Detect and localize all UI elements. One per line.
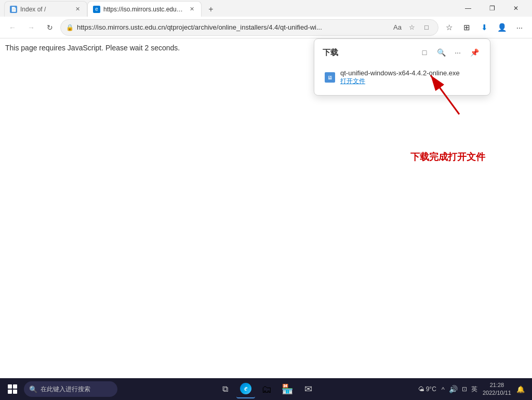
windows-logo-icon xyxy=(8,384,17,394)
language-indicator[interactable]: 英 xyxy=(470,385,478,394)
refresh-button[interactable]: ↻ xyxy=(42,19,58,36)
mail-icon: ✉ xyxy=(304,383,312,395)
mail-button[interactable]: ✉ xyxy=(299,380,317,398)
download-filename: qt-unified-windows-x64-4.4.2-online.exe xyxy=(340,69,480,77)
title-bar: 📄 Index of / ✕ e https://iso.mirrors.ust… xyxy=(0,0,532,17)
favorites-icon[interactable]: ☆ xyxy=(406,21,418,34)
tab-favicon-2: e xyxy=(93,6,100,13)
tab-title-2: https://iso.mirrors.ustc.edu.cn/qt... xyxy=(103,6,184,13)
store-icon: 🏪 xyxy=(282,383,293,395)
task-view-button[interactable]: ⧉ xyxy=(216,380,234,398)
address-text: https://iso.mirrors.ustc.edu.cn/qtprojec… xyxy=(77,23,388,31)
reader-view-icon[interactable]: Aa xyxy=(391,21,404,34)
notification-icon[interactable]: 🔔 xyxy=(515,385,526,393)
collections-button[interactable]: ⊞ xyxy=(458,19,475,36)
download-panel: 下载 □ 🔍 ··· 📌 🖥 qt-unified-windows-x64-4.… xyxy=(314,38,490,96)
close-button[interactable]: ✕ xyxy=(504,0,528,17)
download-pin-icon[interactable]: 📌 xyxy=(467,45,482,60)
address-icons: Aa ☆ □ xyxy=(391,21,433,34)
volume-icon[interactable]: 🔊 xyxy=(448,385,459,393)
file-explorer-icon: 🗂 xyxy=(261,383,272,395)
maximize-button[interactable]: ❐ xyxy=(480,0,504,17)
favorites-button[interactable]: ☆ xyxy=(441,19,457,36)
download-panel-header: 下载 □ 🔍 ··· 📌 xyxy=(323,45,482,60)
more-button[interactable]: ··· xyxy=(511,19,528,36)
back-button[interactable]: ← xyxy=(4,19,21,36)
taskbar-right: 🌤 9°C ^ 🔊 ⊡ 英 21:28 2022/10/11 🔔 xyxy=(416,381,530,397)
tab-bar: 📄 Index of / ✕ e https://iso.mirrors.ust… xyxy=(4,0,456,17)
nav-bar: ← → ↻ 🔒 https://iso.mirrors.ustc.edu.cn/… xyxy=(0,17,532,38)
download-header-icons: □ 🔍 ··· 📌 xyxy=(417,45,482,60)
download-button[interactable]: ⬇ xyxy=(476,19,493,36)
tab-1[interactable]: 📄 Index of / ✕ xyxy=(4,1,87,17)
download-open-link[interactable]: 打开文件 xyxy=(340,77,480,86)
weather-icon: 🌤 xyxy=(418,385,424,393)
taskbar-search-icon: 🔍 xyxy=(29,385,37,393)
taskbar-search-text: 在此键入进行搜索 xyxy=(41,385,90,394)
toolbar-icons: ☆ ⊞ ⬇ 👤 ··· xyxy=(441,19,528,36)
date-display: 2022/10/11 xyxy=(483,389,511,397)
taskbar-time[interactable]: 21:28 2022/10/11 xyxy=(481,381,513,397)
tab-favicon-1: 📄 xyxy=(10,6,17,13)
taskbar-search[interactable]: 🔍 在此键入进行搜索 xyxy=(24,381,117,397)
tab-title-1: Index of / xyxy=(20,6,70,13)
file-explorer-button[interactable]: 🗂 xyxy=(257,380,276,398)
weather-temp: 9°C xyxy=(426,385,436,393)
download-file-icon: 🖥 xyxy=(325,72,335,83)
taskbar-center: ⧉ e 🗂 🏪 ✉ xyxy=(118,380,415,398)
new-tab-button[interactable]: + xyxy=(204,2,218,17)
profile-button[interactable]: 👤 xyxy=(494,19,510,36)
download-search-icon[interactable]: 🔍 xyxy=(434,45,448,60)
tab-2[interactable]: e https://iso.mirrors.ustc.edu.cn/qt... … xyxy=(87,1,202,17)
collections-icon[interactable]: □ xyxy=(420,21,433,34)
network-icon[interactable]: ⊡ xyxy=(461,385,468,393)
download-folder-icon[interactable]: □ xyxy=(417,45,432,60)
minimize-button[interactable]: — xyxy=(456,0,480,17)
edge-icon: e xyxy=(240,383,251,394)
lock-icon: 🔒 xyxy=(66,24,74,31)
page-message: This page requires JavaScript. Please wa… xyxy=(5,44,180,52)
edge-browser-button[interactable]: e xyxy=(236,380,255,398)
address-bar[interactable]: 🔒 https://iso.mirrors.ustc.edu.cn/qtproj… xyxy=(60,19,438,36)
download-more-icon[interactable]: ··· xyxy=(450,45,465,60)
tab-close-1[interactable]: ✕ xyxy=(73,5,82,14)
store-button[interactable]: 🏪 xyxy=(278,380,297,398)
download-panel-title: 下载 xyxy=(323,48,338,58)
time-display: 21:28 xyxy=(490,381,504,389)
download-file-info: qt-unified-windows-x64-4.4.2-online.exe … xyxy=(340,69,480,86)
taskbar-weather[interactable]: 🌤 9°C xyxy=(416,385,438,393)
forward-button[interactable]: → xyxy=(23,19,39,36)
taskbar: 🔍 在此键入进行搜索 ⧉ e 🗂 🏪 ✉ 🌤 9°C ^ xyxy=(0,378,532,400)
window-controls: — ❐ ✕ xyxy=(456,0,528,17)
start-button[interactable] xyxy=(2,379,23,399)
chevron-up-icon[interactable]: ^ xyxy=(441,385,446,393)
tab-close-2[interactable]: ✕ xyxy=(188,5,196,14)
download-item: 🖥 qt-unified-windows-x64-4.4.2-online.ex… xyxy=(323,66,482,89)
